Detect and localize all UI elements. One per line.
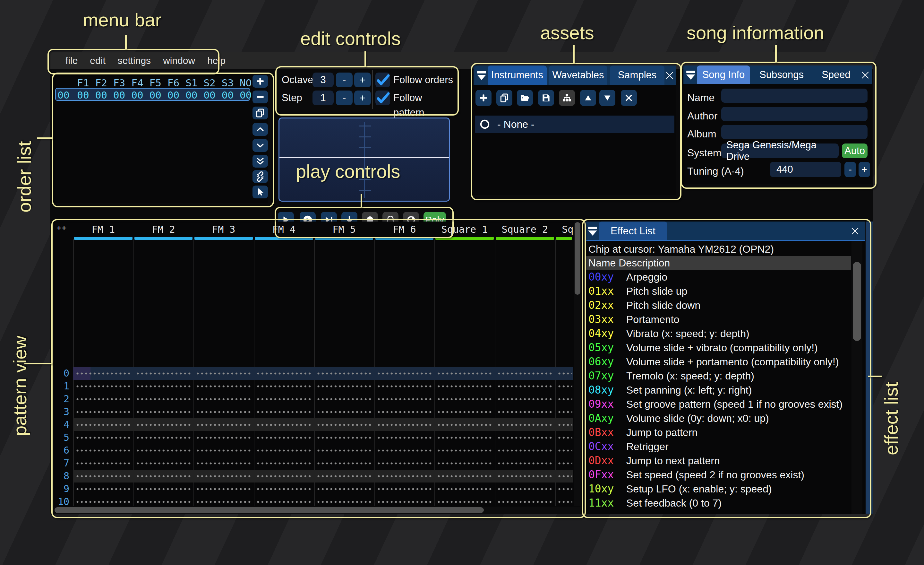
- annotation-play-controls: play controls: [296, 161, 400, 182]
- annotation-box-assets: [471, 63, 681, 200]
- oscilloscope: [279, 117, 450, 201]
- annotation-line: [775, 45, 777, 62]
- annotation-line: [573, 45, 574, 63]
- annotation-line: [37, 137, 52, 139]
- annotation-menu-bar: menu bar: [83, 9, 161, 30]
- osc-center-ruler: [364, 122, 365, 198]
- annotation-line: [125, 35, 127, 50]
- osc-waveform-line: [279, 157, 449, 158]
- annotation-pattern-view: pattern view: [9, 298, 30, 436]
- annotation-box-effect-list: [582, 219, 872, 518]
- annotation-box-menu-bar: [48, 49, 219, 75]
- annotation-line: [361, 194, 362, 207]
- annotation-effect-list: effect list: [880, 320, 902, 455]
- annotation-box-song-info: [681, 62, 876, 189]
- annotation-assets: assets: [540, 22, 594, 44]
- annotation-order-list: order list: [14, 93, 35, 212]
- annotation-box-order-list: [52, 72, 274, 207]
- annotation-box-edit-controls: [275, 66, 459, 116]
- annotation-box-pattern-view: [51, 219, 586, 518]
- desktop-background: fileeditsettingswindowhelp F1F2F3F4F5F6S…: [0, 0, 924, 565]
- annotation-song-information: song information: [687, 22, 824, 44]
- annotation-edit-controls: edit controls: [300, 28, 401, 49]
- annotation-line: [364, 51, 366, 67]
